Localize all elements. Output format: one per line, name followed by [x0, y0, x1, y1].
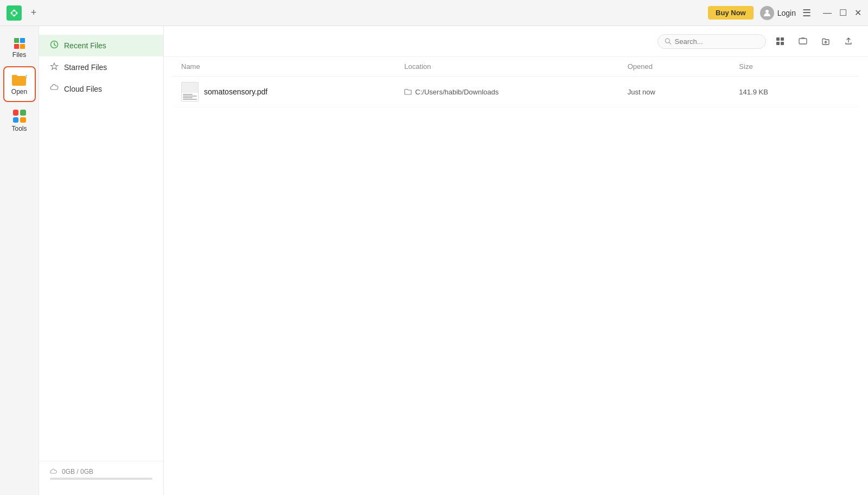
tools-icon — [13, 110, 26, 123]
file-name: somatosensory.pdf — [204, 87, 267, 96]
main-toolbar — [164, 26, 868, 57]
buy-now-button[interactable]: Buy Now — [708, 6, 754, 20]
sidebar-item-recent-files[interactable]: Recent Files — [39, 35, 163, 56]
sidebar-cloud-files-label: Cloud Files — [64, 85, 102, 93]
titlebar: + Buy Now Login ☰ — ☐ ✕ — [0, 0, 868, 26]
svg-rect-1 — [12, 11, 16, 15]
login-button[interactable]: Login — [760, 6, 796, 20]
hamburger-button[interactable]: ☰ — [802, 7, 811, 19]
export-button[interactable] — [840, 33, 857, 50]
app-logo-icon — [7, 5, 22, 21]
cloud-files-icon — [50, 84, 59, 94]
open-folder-button[interactable] — [817, 33, 834, 50]
table-row[interactable]: somatosensory.pdf C:/Users/habib/Downloa… — [173, 77, 859, 107]
minimize-button[interactable]: — — [823, 8, 832, 18]
search-box — [658, 34, 766, 49]
nav-open-label: Open — [11, 88, 27, 96]
titlebar-right: Buy Now Login ☰ — ☐ ✕ — [708, 6, 861, 20]
recent-files-icon — [50, 40, 59, 51]
sidebar: Recent Files Starred Files Cloud Files 0… — [39, 26, 164, 495]
search-input[interactable] — [675, 37, 759, 46]
nav-files-label: Files — [12, 51, 26, 59]
close-button[interactable]: ✕ — [854, 8, 861, 18]
storage-bar-container — [50, 478, 152, 480]
file-table: Name Location Opened Size s — [164, 57, 868, 495]
sidebar-item-cloud-files[interactable]: Cloud Files — [39, 78, 163, 100]
titlebar-left: + — [7, 5, 40, 21]
svg-line-6 — [669, 42, 671, 44]
search-icon — [665, 37, 672, 45]
svg-rect-10 — [781, 42, 784, 45]
col-header-location: Location — [404, 62, 627, 71]
nav-item-files[interactable]: Files — [3, 33, 36, 64]
starred-files-icon — [50, 62, 59, 73]
main-content: Name Location Opened Size s — [164, 26, 868, 495]
login-label: Login — [777, 9, 796, 17]
svg-rect-11 — [799, 39, 807, 44]
storage-cloud-icon — [50, 468, 58, 475]
nav-tools-label: Tools — [11, 125, 27, 132]
file-opened-cell: Just now — [628, 88, 739, 96]
file-size: 141.9 KB — [739, 88, 768, 96]
starred-button[interactable] — [794, 33, 812, 50]
file-location: C:/Users/habib/Downloads — [415, 88, 499, 96]
svg-rect-8 — [781, 37, 784, 41]
col-header-opened: Opened — [628, 62, 739, 71]
col-header-name: Name — [181, 62, 404, 71]
storage-info: 0GB / 0GB — [50, 468, 152, 475]
new-tab-button[interactable]: + — [27, 7, 40, 20]
sidebar-item-starred-files[interactable]: Starred Files — [39, 56, 163, 78]
pdf-preview-icon — [181, 82, 199, 101]
nav-item-open[interactable]: ↑ Open — [3, 66, 36, 102]
storage-label: 0GB / 0GB — [62, 468, 93, 475]
table-header: Name Location Opened Size — [173, 57, 859, 77]
maximize-button[interactable]: ☐ — [839, 8, 847, 18]
window-controls: — ☐ ✕ — [823, 8, 861, 18]
svg-point-2 — [765, 10, 769, 13]
location-cell: C:/Users/habib/Downloads — [404, 88, 627, 96]
file-size-cell: 141.9 KB — [739, 88, 851, 96]
svg-marker-4 — [51, 63, 58, 69]
col-header-size: Size — [739, 62, 851, 71]
svg-rect-7 — [776, 37, 780, 41]
sidebar-footer: 0GB / 0GB — [39, 461, 163, 486]
sidebar-recent-files-label: Recent Files — [64, 41, 106, 50]
file-name-cell: somatosensory.pdf — [181, 82, 404, 101]
sidebar-starred-files-label: Starred Files — [64, 63, 107, 72]
folder-icon — [404, 88, 412, 96]
files-icon — [14, 38, 25, 49]
app-body: Files ↑ Open Tools — [0, 26, 868, 495]
file-opened: Just now — [628, 88, 655, 96]
svg-rect-12 — [801, 37, 805, 39]
grid-view-button[interactable] — [771, 33, 789, 50]
sidebar-nav: Recent Files Starred Files Cloud Files — [39, 35, 163, 461]
icon-nav: Files ↑ Open Tools — [0, 26, 39, 495]
open-icon: ↑ — [12, 73, 27, 86]
login-avatar-icon — [760, 6, 774, 20]
nav-item-tools[interactable]: Tools — [3, 104, 36, 138]
svg-rect-9 — [776, 42, 780, 45]
